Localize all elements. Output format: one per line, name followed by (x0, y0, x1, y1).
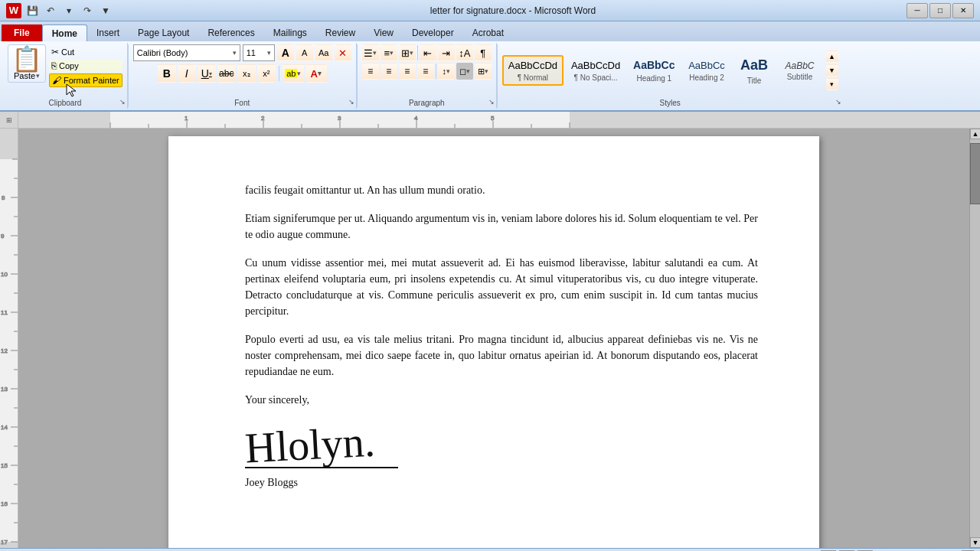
style-h1-preview: AaBbCc (633, 58, 675, 73)
styles-group: AaBbCcDd ¶ Normal AaBbCcDd ¶ No Spaci...… (498, 43, 843, 109)
tab-file[interactable]: File (2, 24, 42, 41)
cut-button[interactable]: ✂ Cut (49, 46, 122, 58)
underline-button[interactable]: U▾ (198, 64, 216, 83)
change-case-button[interactable]: Aa (315, 44, 332, 61)
highlight-button[interactable]: ab▾ (283, 64, 304, 83)
paste-button[interactable]: 📋 Paste▾ (8, 44, 46, 83)
italic-button[interactable]: I (178, 64, 196, 83)
style-normal[interactable]: AaBbCcDd ¶ Normal (502, 55, 564, 86)
clipboard-actions: ✂ Cut ⎘ Copy 🖌 Format Painter (49, 44, 122, 87)
svg-text:11: 11 (1, 309, 8, 316)
svg-text:5: 5 (491, 115, 495, 122)
style-heading1[interactable]: AaBbCc Heading 1 (628, 55, 680, 86)
tab-review[interactable]: Review (316, 24, 364, 41)
borders-button[interactable]: ⊞▾ (475, 63, 492, 80)
shading-button[interactable]: ◻▾ (456, 63, 473, 80)
svg-text:4: 4 (414, 115, 418, 122)
paste-icon: 📋 (11, 47, 42, 71)
document-page[interactable]: facilis feugait omittantur ut. An has ul… (168, 136, 819, 548)
show-hide-button[interactable]: ¶ (475, 44, 492, 61)
style-heading2[interactable]: AaBbCc Heading 2 (682, 56, 732, 85)
font-divider (279, 66, 279, 81)
undo-dropdown[interactable]: ▾ (61, 3, 77, 18)
scrollbar-up-button[interactable]: ▲ (970, 129, 980, 139)
font-shrink-button[interactable]: A (296, 44, 313, 61)
svg-text:12: 12 (1, 347, 8, 354)
paste-label: Paste▾ (14, 71, 40, 80)
svg-rect-21 (0, 129, 18, 159)
align-justify-button[interactable]: ≡ (417, 63, 434, 80)
svg-text:15: 15 (1, 462, 8, 469)
paragraph-group: ☰▾ ≡▾ ⊞▾ ⇤ ⇥ ↕A ¶ ≡ ≡ ≡ ≡ ↕▾ ◻▾ (358, 43, 497, 109)
bullets-button[interactable]: ☰▾ (362, 44, 379, 61)
styles-label: Styles ↘ (498, 99, 843, 107)
svg-text:1: 1 (185, 115, 188, 122)
strikethrough-button[interactable]: abc (217, 64, 236, 83)
scrollbar-thumb[interactable] (970, 143, 980, 204)
paragraph-3: Cu unum vidisse assentior mei, mei mutat… (245, 255, 758, 319)
tab-insert[interactable]: Insert (87, 24, 129, 41)
scrollbar-down-button[interactable]: ▼ (970, 537, 980, 548)
minimize-button[interactable]: ─ (906, 3, 928, 18)
styles-more-button[interactable]: ▾ (826, 78, 838, 90)
font-group: Calibri (Body) ▾ 11 ▾ A A Aa ✕ B I (129, 43, 357, 109)
style-title-label: Title (747, 77, 762, 85)
font-grow-button[interactable]: A (277, 44, 294, 61)
format-painter-button[interactable]: 🖌 Format Painter (49, 73, 122, 87)
window-controls: ─ □ ✕ (906, 3, 974, 18)
clear-formatting-button[interactable]: ✕ (335, 44, 351, 61)
scrollbar-track (970, 139, 980, 537)
font-color-button[interactable]: A▾ (305, 64, 327, 83)
font-size-selector[interactable]: 11 ▾ (243, 44, 275, 61)
layout-toggle[interactable]: ⊞ (6, 116, 12, 124)
maximize-button[interactable]: □ (929, 3, 951, 18)
redo-button[interactable]: ↷ (80, 3, 95, 18)
align-left-button[interactable]: ≡ (362, 63, 379, 80)
ribbon: File Home Insert Page Layout References … (0, 21, 980, 112)
save-button[interactable]: 💾 (24, 3, 40, 18)
style-no-space[interactable]: AaBbCcDd ¶ No Spaci... (565, 56, 626, 85)
page-scroll-area[interactable]: facilis feugait omittantur ut. An has ul… (18, 129, 969, 548)
ribbon-home-content: 📋 Paste▾ ✂ Cut ⎘ Copy 🖌 (0, 41, 980, 110)
tab-view[interactable]: View (364, 24, 403, 41)
copy-button[interactable]: ⎘ Copy (49, 60, 122, 72)
increase-indent-button[interactable]: ⇥ (438, 44, 455, 61)
styles-expand-icon[interactable]: ↘ (835, 98, 841, 106)
style-title[interactable]: AaB Title (733, 53, 776, 87)
signature-name: Joey Bloggs (245, 474, 758, 491)
clipboard-label: Clipboard ↘ (3, 99, 127, 107)
subscript-button[interactable]: x₂ (237, 64, 256, 83)
clipboard-expand-icon[interactable]: ↘ (119, 98, 126, 106)
decrease-indent-button[interactable]: ⇤ (420, 44, 436, 61)
tab-mailings[interactable]: Mailings (264, 24, 316, 41)
superscript-button[interactable]: x² (257, 64, 276, 83)
line-spacing-button[interactable]: ↕▾ (438, 63, 455, 80)
styles-scroll-down[interactable]: ▼ (826, 64, 838, 77)
font-expand-icon[interactable]: ↘ (348, 98, 354, 106)
numbering-button[interactable]: ≡▾ (381, 44, 397, 61)
style-subtitle[interactable]: AaBbC Subtitle (777, 57, 823, 85)
align-center-button[interactable]: ≡ (381, 63, 397, 80)
highlight-icon: ab (285, 69, 297, 78)
vertical-scrollbar[interactable]: ▲ ▼ (969, 129, 980, 548)
paragraph-expand-icon[interactable]: ↘ (488, 98, 495, 106)
multilevel-list-button[interactable]: ⊞▾ (399, 44, 416, 61)
tab-page-layout[interactable]: Page Layout (129, 24, 198, 41)
align-right-button[interactable]: ≡ (399, 63, 416, 80)
style-subtitle-preview: AaBbC (786, 60, 815, 73)
close-button[interactable]: ✕ (952, 3, 974, 18)
undo-button[interactable]: ↶ (43, 3, 58, 18)
tab-acrobat[interactable]: Acrobat (463, 24, 513, 41)
font-family-selector[interactable]: Calibri (Body) ▾ (133, 44, 240, 61)
svg-text:3: 3 (338, 115, 341, 122)
tab-references[interactable]: References (198, 24, 263, 41)
svg-text:9: 9 (1, 233, 5, 240)
styles-scroll-up[interactable]: ▲ (826, 51, 838, 63)
style-h2-label: Heading 2 (689, 73, 724, 82)
customize-qa-button[interactable]: ▼ (98, 3, 113, 18)
sort-button[interactable]: ↕A (456, 44, 473, 61)
ruler-svg: 1 2 3 4 5 (18, 112, 980, 128)
tab-developer[interactable]: Developer (403, 24, 463, 41)
tab-home[interactable]: Home (42, 24, 87, 41)
bold-button[interactable]: B (158, 64, 176, 83)
